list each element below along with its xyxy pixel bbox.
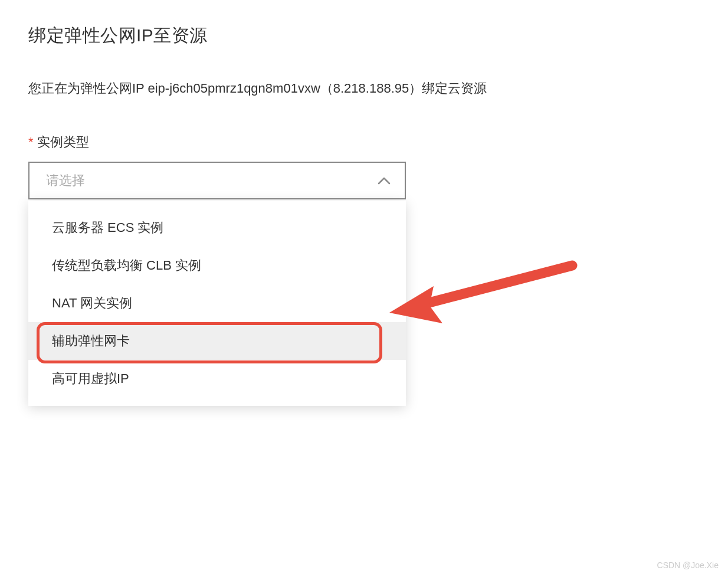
option-clb[interactable]: 传统型负载均衡 CLB 实例 <box>28 247 406 284</box>
option-label: 云服务器 ECS 实例 <box>52 219 163 237</box>
page-title: 绑定弹性公网IP至资源 <box>28 24 700 48</box>
option-label: NAT 网关实例 <box>52 294 132 312</box>
instance-type-form-group: *实例类型 请选择 云服务器 ECS 实例 传统型负载均衡 CLB 实例 NAT… <box>28 133 700 406</box>
instance-type-label-text: 实例类型 <box>37 135 89 149</box>
binding-description: 您正在为弹性公网IP eip-j6ch05pmrz1qgn8m01vxw（8.2… <box>28 78 700 98</box>
required-asterisk: * <box>28 135 34 149</box>
chevron-up-icon <box>378 176 391 185</box>
option-label: 高可用虚拟IP <box>52 370 129 388</box>
instance-type-dropdown: 云服务器 ECS 实例 传统型负载均衡 CLB 实例 NAT 网关实例 辅助弹性… <box>28 201 406 406</box>
option-label: 辅助弹性网卡 <box>52 332 130 350</box>
instance-type-select[interactable]: 请选择 <box>28 162 406 199</box>
watermark-text: CSDN @Joe.Xie <box>657 560 719 570</box>
option-nat[interactable]: NAT 网关实例 <box>28 284 406 322</box>
option-ecs[interactable]: 云服务器 ECS 实例 <box>28 209 406 247</box>
option-havip[interactable]: 高可用虚拟IP <box>28 360 406 398</box>
instance-type-label: *实例类型 <box>28 133 700 151</box>
option-label: 传统型负载均衡 CLB 实例 <box>52 257 201 274</box>
select-placeholder-text: 请选择 <box>46 172 85 189</box>
option-secondary-eni[interactable]: 辅助弹性网卡 <box>28 322 406 360</box>
